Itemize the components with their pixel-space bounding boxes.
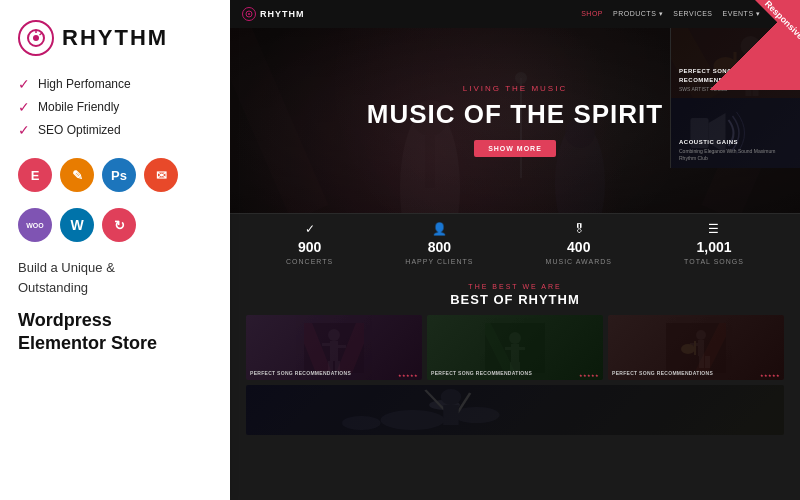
- best-section: THE BEST WE ARE BEST OF RHYTHM: [230, 273, 800, 500]
- side-card-label-2: ACOUSTIC GAINS: [679, 138, 792, 146]
- awards-number: 400: [567, 239, 590, 255]
- songs-label: Total Songs: [684, 258, 744, 265]
- feature-mobile: ✓ Mobile Friendly: [18, 99, 212, 115]
- left-panel: RHYTHM ✓ High Perfomance ✓ Mobile Friend…: [0, 0, 230, 500]
- svg-point-39: [342, 416, 380, 430]
- edit-icon: ✎: [60, 158, 94, 192]
- svg-point-15: [328, 329, 340, 341]
- svg-point-1: [33, 35, 39, 41]
- songs-icon: ☰: [708, 222, 719, 236]
- feature-label: Mobile Friendly: [38, 100, 119, 114]
- svg-line-3: [40, 33, 43, 35]
- features-list: ✓ High Perfomance ✓ Mobile Friendly ✓ SE…: [18, 76, 212, 138]
- svg-rect-23: [511, 344, 519, 362]
- responsive-badge: Responsive: [710, 0, 800, 90]
- logo-text: RHYTHM: [62, 25, 168, 51]
- thumb-stars-2: ★★★★★: [579, 373, 599, 378]
- best-tag: THE BEST WE ARE: [246, 283, 784, 290]
- feature-label: SEO Optimized: [38, 123, 121, 137]
- logo-icon: [18, 20, 54, 56]
- wordpress-icon: W: [60, 208, 94, 242]
- songs-number: 1,001: [696, 239, 731, 255]
- logo-area: RHYTHM: [18, 20, 212, 56]
- check-icon: ✓: [18, 76, 30, 92]
- feature-label: High Perfomance: [38, 77, 131, 91]
- feature-high-performance: ✓ High Perfomance: [18, 76, 212, 92]
- concerts-icon: ✓: [305, 222, 315, 236]
- thumb-label-3: PERFECT SONG RECOMMENDATIONS: [612, 370, 713, 377]
- thumb-item-1[interactable]: PERFECT SONG RECOMMENDATIONS ★★★★★: [246, 315, 422, 380]
- nav-link-shop[interactable]: SHOP: [581, 10, 603, 18]
- nav-link-services[interactable]: SERVICES: [673, 10, 712, 18]
- refresh-icon: ↻: [102, 208, 136, 242]
- side-card-sub-2: Combining Elegance With Sound Maximum Rh…: [679, 148, 792, 162]
- stats-bar: ✓ 900 Concerts 👤 800 Happy Clients 🎖 400…: [230, 213, 800, 273]
- svg-rect-44: [443, 405, 458, 425]
- svg-rect-16: [330, 341, 338, 361]
- thumb-label-2: PERFECT SONG RECOMMENDATIONS: [431, 370, 532, 377]
- awards-label: Music Awards: [546, 258, 612, 265]
- stat-songs: ☰ 1,001 Total Songs: [684, 222, 744, 265]
- svg-point-22: [509, 332, 521, 344]
- nav-link-products[interactable]: PRODUCTS ▾: [613, 10, 663, 18]
- svg-rect-30: [698, 340, 704, 356]
- thumb-label-1: PERFECT SONG RECOMMENDATIONS: [250, 370, 351, 377]
- nav-logo: RHYTHM: [242, 7, 305, 21]
- svg-point-5: [248, 13, 250, 15]
- hero-subtitle: LIVING THE MUSIC: [463, 84, 567, 93]
- right-panel: RHYTHM SHOP PRODUCTS ▾ SERVICES EVENTS ▾…: [230, 0, 800, 500]
- stat-awards: 🎖 400 Music Awards: [546, 222, 612, 265]
- concerts-label: Concerts: [286, 258, 333, 265]
- svg-rect-17: [322, 343, 330, 346]
- svg-rect-18: [338, 345, 346, 348]
- elementor-icon: E: [18, 158, 52, 192]
- svg-point-13: [515, 72, 527, 84]
- stat-concerts: ✓ 900 Concerts: [286, 222, 333, 265]
- stat-clients: 👤 800 Happy Clients: [405, 222, 473, 265]
- thumb-stars-1: ★★★★★: [398, 373, 418, 378]
- thumbnails-grid: PERFECT SONG RECOMMENDATIONS ★★★★★: [246, 315, 784, 380]
- svg-point-32: [681, 344, 695, 354]
- best-header: THE BEST WE ARE BEST OF RHYTHM: [246, 283, 784, 307]
- woocommerce-icon: WOO: [18, 208, 52, 242]
- check-icon: ✓: [18, 122, 30, 138]
- drum-section: [246, 385, 784, 435]
- clients-label: Happy Clients: [405, 258, 473, 265]
- svg-point-43: [441, 389, 461, 405]
- wordpress-elementor-text: WordpressElementor Store: [18, 309, 212, 356]
- svg-point-29: [696, 330, 706, 340]
- svg-rect-24: [505, 347, 511, 350]
- svg-rect-25: [519, 347, 525, 350]
- build-text: Build a Unique &Outstanding: [18, 258, 212, 297]
- thumb-item-2[interactable]: PERFECT SONG RECOMMENDATIONS ★★★★★: [427, 315, 603, 380]
- feature-seo: ✓ SEO Optimized: [18, 122, 212, 138]
- thumb-stars-3: ★★★★★: [760, 373, 780, 378]
- check-icon: ✓: [18, 99, 30, 115]
- nav-logo-icon: [242, 7, 256, 21]
- photoshop-icon: Ps: [102, 158, 136, 192]
- mailchimp-icon: ✉: [144, 158, 178, 192]
- tech-icons-row1: E ✎ Ps ✉: [18, 158, 212, 192]
- hero-cta-button[interactable]: SHOW MORE: [474, 140, 556, 157]
- clients-number: 800: [428, 239, 451, 255]
- concerts-number: 900: [298, 239, 321, 255]
- hero-title: MUSIC OF THE SPIRIT: [367, 99, 663, 130]
- best-title: BEST OF RHYTHM: [246, 292, 784, 307]
- svg-point-37: [381, 410, 445, 430]
- tech-icons-row2: WOO W ↻: [18, 208, 212, 242]
- side-card-acoustic: ACOUSTIC GAINS Combining Elegance With S…: [670, 98, 800, 168]
- thumb-item-3[interactable]: PERFECT SONG RECOMMENDATIONS ★★★★★: [608, 315, 784, 380]
- svg-rect-36: [246, 385, 784, 435]
- clients-icon: 👤: [432, 222, 447, 236]
- svg-rect-9: [425, 136, 435, 188]
- nav-logo-text: RHYTHM: [260, 9, 305, 19]
- awards-icon: 🎖: [573, 222, 585, 236]
- svg-rect-33: [694, 341, 696, 355]
